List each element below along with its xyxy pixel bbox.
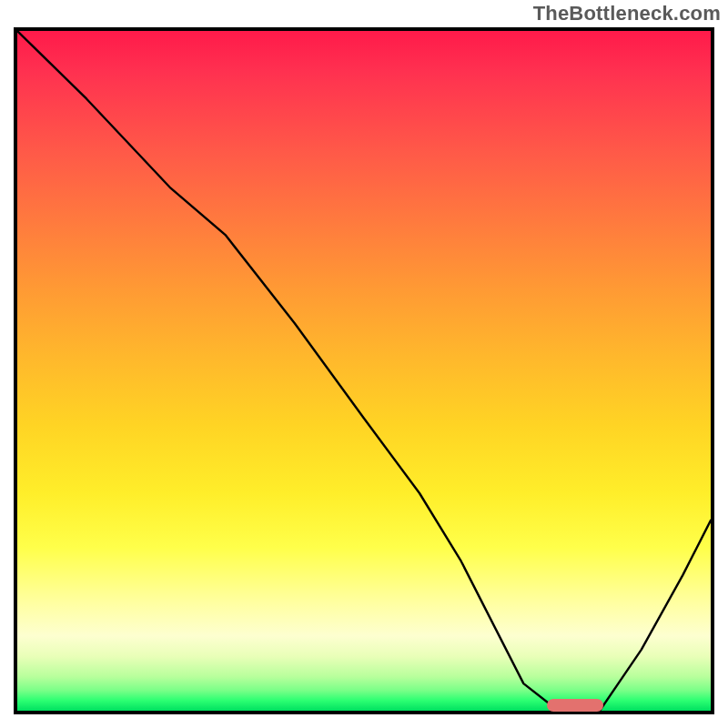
minimum-marker bbox=[547, 699, 603, 712]
plot-frame bbox=[14, 27, 714, 714]
bottleneck-curve bbox=[17, 31, 711, 711]
watermark-text: TheBottleneck.com bbox=[533, 2, 721, 25]
chart-stage: TheBottleneck.com bbox=[0, 0, 728, 728]
curve-path bbox=[17, 31, 711, 711]
